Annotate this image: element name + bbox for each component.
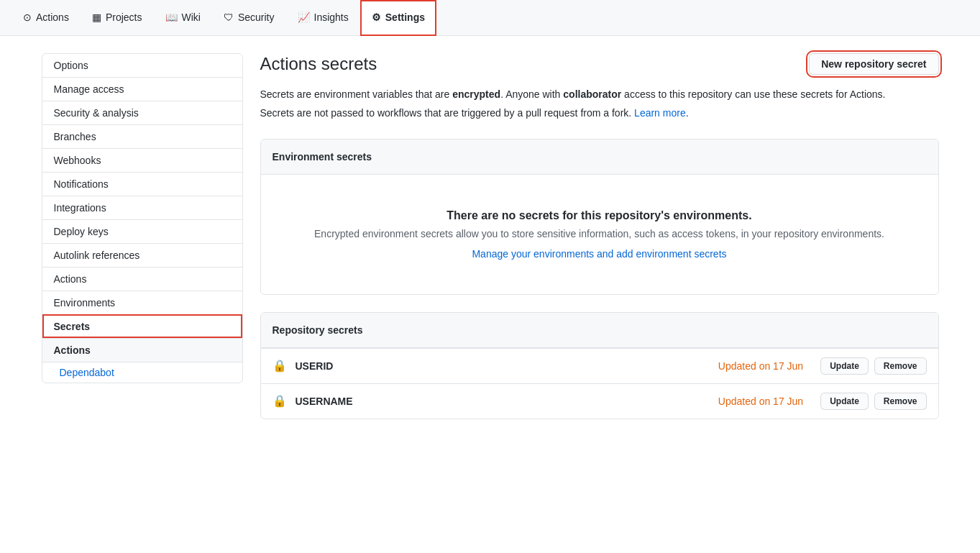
repository-secrets-header: Repository secrets bbox=[261, 313, 938, 348]
nav-item-settings[interactable]: ⚙ Settings bbox=[360, 0, 436, 36]
secret-name-username: USERNAME bbox=[296, 396, 718, 407]
table-row: 🔒 USERID Updated on 17 Jun Update Remove bbox=[261, 348, 938, 383]
nav-label-settings: Settings bbox=[385, 12, 425, 23]
nav-label-projects: Projects bbox=[106, 12, 142, 23]
new-repository-secret-button[interactable]: New repository secret bbox=[809, 53, 938, 75]
environment-secrets-header: Environment secrets bbox=[261, 140, 938, 175]
page-title: Actions secrets bbox=[260, 54, 377, 74]
empty-state-title: There are no secrets for this repository… bbox=[273, 209, 927, 222]
sidebar-item-security-analysis[interactable]: Security & analysis bbox=[42, 101, 242, 124]
description-line1: Secrets are environment variables that a… bbox=[260, 86, 939, 102]
nav-item-wiki[interactable]: 📖 Wiki bbox=[154, 0, 212, 36]
nav-item-security[interactable]: 🛡 Security bbox=[212, 0, 286, 36]
security-nav-icon: 🛡 bbox=[224, 12, 234, 23]
desc-pre: Secrets are environment variables that a… bbox=[260, 88, 453, 100]
learn-more-link[interactable]: Learn more bbox=[634, 107, 686, 119]
empty-state-desc: Encrypted environment secrets allow you … bbox=[273, 228, 927, 239]
main-content: Actions secrets New repository secret Se… bbox=[260, 53, 939, 419]
nav-label-wiki: Wiki bbox=[182, 12, 201, 23]
update-button-username[interactable]: Update bbox=[820, 393, 869, 410]
sidebar-item-autolink-references[interactable]: Autolink references bbox=[42, 243, 242, 267]
lock-icon-username: 🔒 bbox=[273, 394, 287, 408]
sidebar-item-notifications[interactable]: Notifications bbox=[42, 172, 242, 196]
sidebar-section-main: Options Manage access Security & analysi… bbox=[42, 53, 243, 383]
manage-environments-link[interactable]: Manage your environments and add environ… bbox=[472, 248, 726, 260]
sidebar-item-actions[interactable]: Actions bbox=[42, 267, 242, 291]
projects-nav-icon: ▦ bbox=[92, 12, 101, 23]
desc-encrypted: encrypted bbox=[452, 88, 500, 100]
desc-post: access to this repository can use these … bbox=[621, 88, 885, 100]
description-line2: Secrets are not passed to workflows that… bbox=[260, 105, 939, 121]
sidebar-item-options[interactable]: Options bbox=[42, 54, 242, 77]
repository-secrets-card: Repository secrets 🔒 USERID Updated on 1… bbox=[260, 312, 939, 419]
remove-button-username[interactable]: Remove bbox=[874, 393, 927, 410]
main-header: Actions secrets New repository secret bbox=[260, 53, 939, 75]
nav-label-actions: Actions bbox=[36, 12, 69, 23]
nav-item-projects[interactable]: ▦ Projects bbox=[81, 0, 154, 36]
sidebar-item-secrets[interactable]: Secrets bbox=[42, 314, 242, 338]
desc-mid: . Anyone with bbox=[500, 88, 563, 100]
wiki-nav-icon: 📖 bbox=[165, 12, 178, 23]
desc2-pre: Secrets are not passed to workflows that… bbox=[260, 107, 635, 119]
sidebar-sub-item-dependabot[interactable]: Dependabot bbox=[42, 362, 242, 383]
table-row: 🔒 USERNAME Updated on 17 Jun Update Remo… bbox=[261, 383, 938, 419]
secret-updated-username: Updated on 17 Jun bbox=[718, 396, 803, 407]
sidebar-item-integrations[interactable]: Integrations bbox=[42, 196, 242, 219]
lock-icon-userid: 🔒 bbox=[273, 359, 287, 373]
nav-item-insights[interactable]: 📈 Insights bbox=[286, 0, 360, 36]
sidebar-group-actions-header: Actions bbox=[42, 338, 242, 362]
sidebar-item-deploy-keys[interactable]: Deploy keys bbox=[42, 219, 242, 243]
environment-secrets-card: Environment secrets There are no secrets… bbox=[260, 139, 939, 295]
insights-nav-icon: 📈 bbox=[298, 12, 310, 23]
sidebar-item-webhooks[interactable]: Webhooks bbox=[42, 148, 242, 172]
sidebar-item-branches[interactable]: Branches bbox=[42, 124, 242, 148]
nav-label-security: Security bbox=[238, 12, 275, 23]
actions-nav-icon: ⊙ bbox=[23, 12, 32, 23]
secret-name-userid: USERID bbox=[296, 360, 718, 372]
remove-button-userid[interactable]: Remove bbox=[874, 357, 927, 375]
desc-collaborator: collaborator bbox=[563, 88, 621, 100]
settings-nav-icon: ⚙ bbox=[372, 12, 381, 23]
top-nav: ⊙ Actions ▦ Projects 📖 Wiki 🛡 Security 📈… bbox=[0, 0, 980, 36]
page-layout: Options Manage access Security & analysi… bbox=[30, 36, 951, 437]
nav-label-insights: Insights bbox=[314, 12, 349, 23]
sidebar-item-environments[interactable]: Environments bbox=[42, 291, 242, 314]
update-button-userid[interactable]: Update bbox=[820, 357, 869, 375]
secret-updated-userid: Updated on 17 Jun bbox=[718, 360, 803, 372]
sidebar-item-manage-access[interactable]: Manage access bbox=[42, 77, 242, 101]
nav-item-actions[interactable]: ⊙ Actions bbox=[12, 0, 81, 36]
desc2-post: . bbox=[686, 107, 689, 119]
sidebar: Options Manage access Security & analysi… bbox=[42, 53, 243, 419]
environment-secrets-empty-state: There are no secrets for this repository… bbox=[261, 175, 938, 294]
